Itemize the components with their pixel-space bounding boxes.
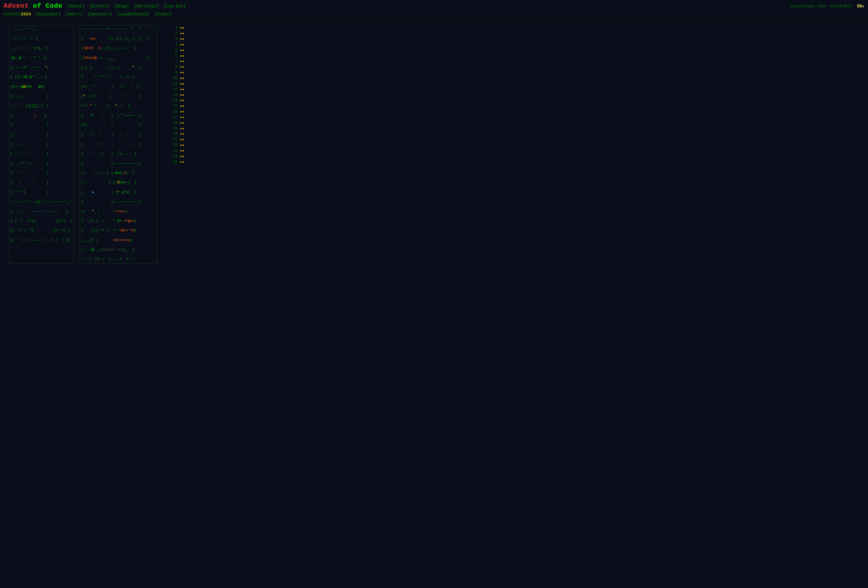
day-row-17[interactable]: 17 ★★ <box>169 115 185 120</box>
day-num-7: 7 <box>169 59 177 64</box>
ascii-panel-middle: .-----------*-------- / / '-. | >o< \\_\… <box>80 25 157 263</box>
nav-stats[interactable]: [Stats] <box>154 12 172 18</box>
day-num-18: 18 <box>169 120 177 126</box>
nav-calendar[interactable]: [Calendar] <box>35 12 61 18</box>
day-row-25[interactable]: 25 ★★ <box>169 160 185 165</box>
day-stars-8: ★★ <box>180 64 185 70</box>
day-stars-19: ★★ <box>180 126 185 131</box>
day-num-11: 11 <box>169 81 177 87</box>
day-num-16: 16 <box>169 109 177 115</box>
ascii-art-container: ._,-`~`-._ ,---`~ `~` | ._---': ~ `(~), … <box>9 25 185 263</box>
day-num-21: 21 <box>169 137 177 143</box>
day-num-20: 20 <box>169 131 177 137</box>
day-num-8: 8 <box>169 64 177 70</box>
site-title: Advent of Code <box>4 2 62 11</box>
hex-badge: 0x0000 <box>4 12 18 16</box>
day-num-6: 6 <box>169 53 177 59</box>
day-row-24[interactable]: 24 ★★ <box>169 154 185 160</box>
day-stars-23: ★★ <box>180 148 185 154</box>
day-row-22[interactable]: 22 ★★ <box>169 143 185 148</box>
day-num-17: 17 <box>169 115 177 120</box>
site-header: Advent of Code [About] [Events] [Shop] [… <box>0 0 868 19</box>
day-num-22: 22 <box>169 143 177 148</box>
day-stars-22: ★★ <box>180 143 185 148</box>
day-stars-6: ★★ <box>180 53 185 59</box>
day-row-16[interactable]: 16 ★★ <box>169 109 185 115</box>
day-num-3: 3 <box>169 37 177 42</box>
ascii-panel-left: ._,-`~`-._ ,---`~ `~` | ._---': ~ `(~), … <box>9 25 74 263</box>
stars-count: 50★ <box>857 4 864 9</box>
day-num-9: 9 <box>169 70 177 75</box>
header-row-1: Advent of Code [About] [Events] [Shop] [… <box>4 2 864 11</box>
day-row-23[interactable]: 23 ★★ <box>169 148 185 154</box>
day-list: 1 ★★ 2 ★★ 3 ★★ 4 ★★ 5 ★★ 6 ★★ <box>169 25 185 263</box>
day-stars-9: ★★ <box>180 70 185 75</box>
title-advent: Advent <box>4 2 29 10</box>
day-row-1[interactable]: 1 ★★ <box>169 25 185 31</box>
day-stars-2: ★★ <box>180 31 185 37</box>
day-row-3[interactable]: 3 ★★ <box>169 37 185 42</box>
day-stars-7: ★★ <box>180 59 185 64</box>
title-of-code: of Code <box>29 2 62 10</box>
day-row-2[interactable]: 2 ★★ <box>169 31 185 37</box>
day-row-11[interactable]: 11 ★★ <box>169 81 185 87</box>
year-badge: 2024 <box>21 12 31 16</box>
header-row-2: 0x0000|2024 [Calendar] [AoC++] [Sponsors… <box>4 12 864 18</box>
day-num-4: 4 <box>169 42 177 48</box>
user-info: (anonymous user #4438364) <box>790 4 852 9</box>
day-num-23: 23 <box>169 148 177 154</box>
day-num-24: 24 <box>169 154 177 160</box>
day-stars-25: ★★ <box>180 160 185 165</box>
day-stars-4: ★★ <box>180 42 185 48</box>
day-row-12[interactable]: 12 ★★ <box>169 87 185 93</box>
nav-sponsors[interactable]: [Sponsors] <box>87 12 112 18</box>
day-stars-18: ★★ <box>180 120 185 126</box>
main-content: ._,-`~`-._ ,---`~ `~` | ._---': ~ `(~), … <box>0 19 868 269</box>
day-row-19[interactable]: 19 ★★ <box>169 126 185 131</box>
day-num-14: 14 <box>169 98 177 103</box>
day-row-18[interactable]: 18 ★★ <box>169 120 185 126</box>
day-row-20[interactable]: 20 ★★ <box>169 131 185 137</box>
day-row-10[interactable]: 10 ★★ <box>169 75 185 81</box>
day-stars-17: ★★ <box>180 115 185 120</box>
nav-leaderboard[interactable]: [Leaderboard] <box>117 12 149 18</box>
day-row-6[interactable]: 6 ★★ <box>169 53 185 59</box>
day-stars-21: ★★ <box>180 137 185 143</box>
day-row-8[interactable]: 8 ★★ <box>169 64 185 70</box>
day-row-21[interactable]: 21 ★★ <box>169 137 185 143</box>
day-row-5[interactable]: 5 ★★ <box>169 48 185 53</box>
nav-logout[interactable]: [Log Out] <box>163 4 186 9</box>
day-stars-1: ★★ <box>180 25 185 31</box>
day-stars-5: ★★ <box>180 48 185 53</box>
day-row-15[interactable]: 15 ★★ <box>169 103 185 109</box>
day-num-25: 25 <box>169 160 177 165</box>
day-stars-11: ★★ <box>180 81 185 87</box>
day-stars-13: ★★ <box>180 93 185 98</box>
day-num-13: 13 <box>169 93 177 98</box>
day-stars-10: ★★ <box>180 75 185 81</box>
nav-about[interactable]: [About] <box>67 4 85 9</box>
day-stars-14: ★★ <box>180 98 185 103</box>
nav-settings[interactable]: [Settings] <box>134 4 158 9</box>
day-row-14[interactable]: 14 ★★ <box>169 98 185 103</box>
nav-aocpp[interactable]: [AoC++] <box>65 12 83 18</box>
day-stars-16: ★★ <box>180 109 185 115</box>
nav-events[interactable]: [Events] <box>90 4 109 9</box>
day-row-13[interactable]: 13 ★★ <box>169 93 185 98</box>
day-num-1: 1 <box>169 25 177 31</box>
day-stars-12: ★★ <box>180 87 185 93</box>
day-num-5: 5 <box>169 48 177 53</box>
day-stars-3: ★★ <box>180 37 185 42</box>
day-num-10: 10 <box>169 75 177 81</box>
day-row-9[interactable]: 9 ★★ <box>169 70 185 75</box>
day-stars-20: ★★ <box>180 131 185 137</box>
day-num-2: 2 <box>169 31 177 37</box>
day-stars-24: ★★ <box>180 154 185 160</box>
day-num-12: 12 <box>169 87 177 93</box>
hex-year-badge: 0x0000|2024 <box>4 12 31 18</box>
day-stars-15: ★★ <box>180 103 185 109</box>
nav-shop[interactable]: [Shop] <box>114 4 129 9</box>
day-num-19: 19 <box>169 126 177 131</box>
day-row-4[interactable]: 4 ★★ <box>169 42 185 48</box>
day-row-7[interactable]: 7 ★★ <box>169 59 185 64</box>
